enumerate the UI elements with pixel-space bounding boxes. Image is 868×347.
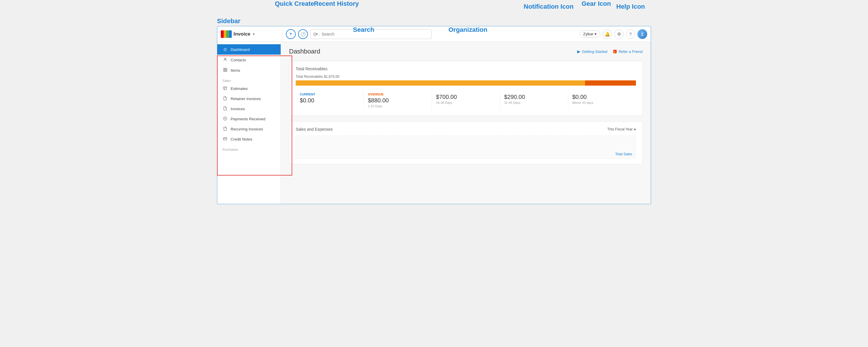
receivable-bar-label: Total Receivables $1,870.00 xyxy=(296,74,636,78)
estimates-icon xyxy=(222,86,228,91)
annotation-sidebar: Sidebar xyxy=(217,18,241,25)
sidebar-item-credit-notes[interactable]: Credit Notes xyxy=(217,134,281,144)
sidebar-item-retainer-invoices[interactable]: Retainer Invoices xyxy=(217,94,281,104)
brand-name: Invoice xyxy=(234,31,251,37)
sidebar-item-items[interactable]: Items xyxy=(217,65,281,75)
receivable-col-above-45: $0.00 Above 45 days xyxy=(568,90,636,110)
total-receivables-title: Total Receivables xyxy=(296,66,636,71)
sidebar-item-retainer-label: Retainer Invoices xyxy=(230,97,261,101)
getting-started-link[interactable]: ▶ Getting Started xyxy=(577,49,607,54)
sales-expenses-title: Sales and Expenses xyxy=(296,127,607,132)
sales-section-label: Sales xyxy=(217,75,281,84)
col-label-current: CURRENT xyxy=(300,93,359,96)
receivable-col-31-45: $290.00 31-45 Days xyxy=(500,90,568,110)
sidebar-item-recurring-invoices[interactable]: Recurring Invoices xyxy=(217,124,281,134)
annotation-notification-icon: Notification Icon xyxy=(524,3,574,10)
total-sales-link[interactable]: Total Sales xyxy=(615,152,632,156)
sales-expenses-header: Sales and Expenses This Fiscal Year ▾ xyxy=(296,127,636,132)
organization-selector[interactable]: Zylkar ▾ xyxy=(580,30,600,38)
nav-divider-1 xyxy=(282,30,282,38)
org-dropdown-icon: ▾ xyxy=(595,32,597,36)
col-sublabel-16-30: 16-30 Days xyxy=(436,101,496,104)
search-bar: Q▾ xyxy=(310,29,432,39)
sidebar-item-payments-received[interactable]: Payments Received xyxy=(217,114,281,124)
dashboard-icon: ⊙ xyxy=(222,47,228,52)
sidebar-item-items-label: Items xyxy=(230,68,240,72)
refer-friend-link[interactable]: 🎁 Refer a Friend xyxy=(613,50,643,54)
receivable-col-overdue: OVERDUE $880.00 1-15 Days xyxy=(364,90,432,110)
fiscal-year-dropdown-icon: ▾ xyxy=(634,127,636,132)
col-amount-16-30: $700.00 xyxy=(436,94,496,100)
receivable-col-current: CURRENT $0.00 xyxy=(296,90,364,110)
search-dropdown-icon[interactable]: Q▾ xyxy=(313,32,320,36)
sidebar: ⊙ Dashboard Contacts Items Sales xyxy=(217,42,281,204)
col-label-overdue: OVERDUE xyxy=(368,93,427,96)
dashboard-title: Dashboard xyxy=(289,48,577,55)
credit-notes-icon xyxy=(222,137,228,142)
svg-point-0 xyxy=(224,58,226,60)
sidebar-item-dashboard-label: Dashboard xyxy=(230,48,250,52)
user-avatar[interactable]: Z xyxy=(638,29,647,39)
sidebar-item-invoices[interactable]: Invoices xyxy=(217,104,281,114)
navbar: Invoice ▾ + 🕐 Q▾ Zylkar ▾ 🔔 ⚙ xyxy=(217,26,651,42)
items-icon xyxy=(222,68,228,73)
svg-rect-3 xyxy=(223,70,224,71)
invoices-icon xyxy=(222,106,228,111)
getting-started-label: Getting Started xyxy=(582,50,607,54)
annotation-quick-create: Quick Create xyxy=(275,0,314,7)
recent-history-button[interactable]: 🕐 xyxy=(298,29,308,39)
bar-overdue xyxy=(585,81,636,86)
sidebar-item-contacts-label: Contacts xyxy=(230,58,246,62)
receivables-grid: CURRENT $0.00 OVERDUE $880.00 1-15 Days … xyxy=(296,90,636,110)
receivables-bar xyxy=(296,81,636,86)
annotation-gear-icon: Gear Icon xyxy=(582,0,611,7)
total-receivables-card: Total Receivables Total Receivables $1,8… xyxy=(289,61,643,116)
brand[interactable]: Invoice ▾ xyxy=(221,30,279,38)
svg-rect-1 xyxy=(223,68,224,69)
sales-expenses-card: Sales and Expenses This Fiscal Year ▾ To… xyxy=(289,121,643,164)
purchases-section-label: Purchases xyxy=(217,144,281,152)
dashboard-header: Dashboard ▶ Getting Started 🎁 Refer a Fr… xyxy=(289,48,643,55)
header-actions: ▶ Getting Started 🎁 Refer a Friend xyxy=(577,49,643,54)
gear-icon-button[interactable]: ⚙ xyxy=(614,30,623,39)
svg-rect-2 xyxy=(225,68,226,69)
annotation-recent-history: Recent History xyxy=(314,0,359,7)
help-icon-button[interactable]: ? xyxy=(626,30,635,39)
sidebar-item-dashboard[interactable]: ⊙ Dashboard xyxy=(217,44,281,55)
notification-icon-button[interactable]: 🔔 xyxy=(603,30,612,39)
col-amount-31-45: $290.00 xyxy=(504,94,564,100)
sidebar-item-contacts[interactable]: Contacts xyxy=(217,55,281,65)
receivable-col-16-30: $700.00 16-30 Days xyxy=(432,90,500,110)
svg-rect-5 xyxy=(224,87,227,90)
retainer-invoices-icon xyxy=(222,96,228,101)
contacts-icon xyxy=(222,57,228,62)
col-sublabel-31-45: 31-45 Days xyxy=(504,101,564,104)
sidebar-item-estimates[interactable]: Estimates xyxy=(217,84,281,94)
sidebar-item-invoices-label: Invoices xyxy=(230,107,245,111)
main-area: ⊙ Dashboard Contacts Items Sales xyxy=(217,42,651,204)
gift-icon: 🎁 xyxy=(613,50,617,54)
svg-rect-4 xyxy=(225,70,226,71)
search-input[interactable] xyxy=(321,32,429,36)
zoho-logo xyxy=(221,30,232,38)
col-amount-current: $0.00 xyxy=(300,97,359,104)
sidebar-item-payments-label: Payments Received xyxy=(230,117,265,121)
refer-friend-label: Refer a Friend xyxy=(619,50,643,54)
annotation-help-icon: Help Icon xyxy=(616,3,645,10)
recurring-invoices-icon xyxy=(222,127,228,132)
org-name: Zylkar xyxy=(583,32,593,36)
sidebar-item-recurring-label: Recurring Invoices xyxy=(230,127,263,131)
fiscal-year-dropdown[interactable]: This Fiscal Year ▾ xyxy=(607,127,636,132)
bar-current xyxy=(296,81,585,86)
fiscal-year-label: This Fiscal Year xyxy=(607,127,633,131)
payments-received-icon xyxy=(222,117,228,121)
col-amount-above-45: $0.00 xyxy=(572,94,632,100)
quick-create-button[interactable]: + xyxy=(286,29,296,39)
col-amount-overdue: $880.00 xyxy=(368,97,427,104)
brand-dropdown-icon: ▾ xyxy=(253,32,255,36)
chart-area: Total Sales xyxy=(296,136,636,159)
col-sublabel-above-45: Above 45 days xyxy=(572,101,632,104)
getting-started-icon: ▶ xyxy=(577,49,580,54)
dashboard-content: Dashboard ▶ Getting Started 🎁 Refer a Fr… xyxy=(281,42,651,204)
svg-rect-11 xyxy=(223,138,227,140)
